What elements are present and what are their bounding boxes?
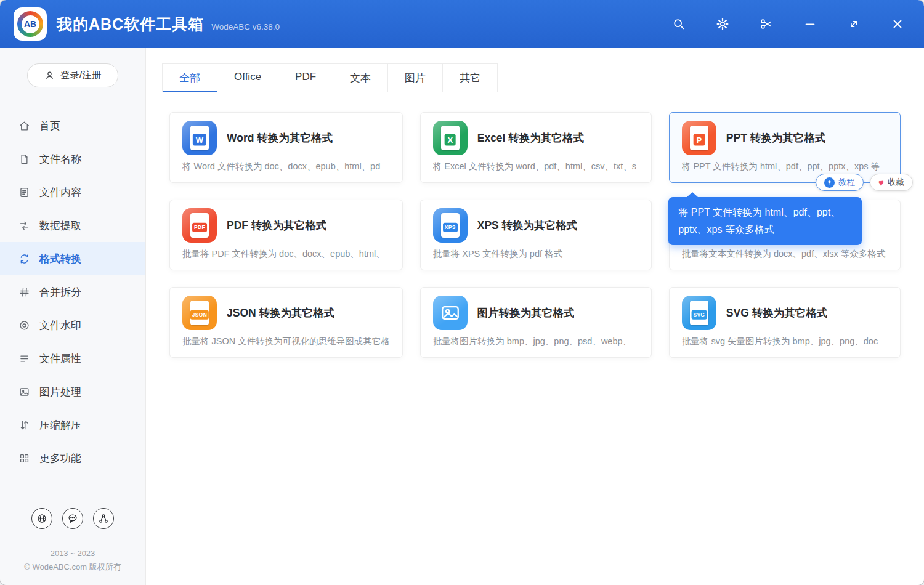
- sidebar-footer: 2013 ~ 2023 © WodeABC.com 版权所有: [9, 539, 137, 585]
- format-convert-icon: [18, 253, 30, 265]
- more-features-icon: [18, 453, 30, 464]
- sidebar-item-home[interactable]: 首页: [0, 109, 145, 142]
- app-window: AB 我的ABC软件工具箱 WodeABC v6.38.0: [0, 0, 924, 585]
- card-desc: 批量将 JSON 文件转换为可视化的思维导图或其它格: [182, 336, 390, 347]
- card-image-convert[interactable]: 图片转换为其它格式 批量将图片转换为 bmp、jpg、png、psd、webp、: [420, 287, 652, 358]
- tab-pdf[interactable]: PDF: [278, 63, 333, 92]
- sidebar-item-file-name[interactable]: 文件名称: [0, 142, 145, 176]
- settings-gear-icon[interactable]: [715, 16, 731, 32]
- app-version: WodeABC v6.38.0: [211, 22, 280, 31]
- sidebar-item-watermark[interactable]: 文件水印: [0, 309, 145, 342]
- main-content: 全部 Office PDF 文本 图片 其它 W Word 转换为其它格式: [146, 48, 924, 585]
- titlebar: AB 我的ABC软件工具箱 WodeABC v6.38.0: [0, 0, 924, 48]
- resize-maximize-icon[interactable]: [846, 16, 862, 32]
- sidebar: 登录/注册 首页 文件名称 文件内容 数据提: [0, 48, 146, 585]
- card-xps-convert[interactable]: XPS XPS 转换为其它格式 批量将 XPS 文件转换为 pdf 格式: [420, 200, 652, 270]
- card-title: 图片转换为其它格式: [477, 305, 575, 320]
- image-convert-icon: [433, 296, 468, 330]
- sidebar-item-format-convert[interactable]: 格式转换: [0, 242, 145, 275]
- favorite-label: 收藏: [888, 177, 904, 188]
- sidebar-divider: [9, 100, 137, 100]
- card-word-convert[interactable]: W Word 转换为其它格式 将 Word 文件转换为 doc、docx、epu…: [169, 112, 403, 183]
- card-title: Word 转换为其它格式: [227, 131, 333, 145]
- xps-icon: XPS: [433, 208, 468, 243]
- card-svg-convert[interactable]: SVG SVG 转换为其它格式 批量将 svg 矢量图片转换为 bmp、jpg、…: [669, 287, 901, 358]
- share-network-icon[interactable]: [93, 508, 114, 529]
- sidebar-item-label: 文件水印: [39, 318, 81, 333]
- sidebar-item-label: 文件属性: [39, 352, 81, 366]
- website-browser-icon[interactable]: [31, 508, 52, 529]
- card-title: SVG 转换为其它格式: [726, 305, 827, 320]
- favorite-button[interactable]: ♥ 收藏: [870, 174, 913, 191]
- app-logo: AB: [14, 7, 47, 41]
- lightbulb-icon: [824, 177, 835, 188]
- card-desc: 将 PPT 文件转换为 html、pdf、ppt、pptx、xps 等: [682, 161, 888, 172]
- app-title: 我的ABC软件工具箱: [57, 14, 204, 34]
- image-process-icon: [18, 386, 30, 398]
- sidebar-item-label: 首页: [39, 119, 60, 133]
- card-title: XPS 转换为其它格式: [477, 218, 577, 233]
- tutorial-label: 教程: [838, 177, 855, 188]
- card-json-convert[interactable]: JSON JSON 转换为其它格式 批量将 JSON 文件转换为可视化的思维导图…: [169, 287, 403, 358]
- watermark-icon: [18, 320, 30, 331]
- tab-image[interactable]: 图片: [387, 63, 443, 92]
- search-icon[interactable]: [671, 16, 687, 32]
- card-desc: 批量将图片转换为 bmp、jpg、png、psd、webp、: [433, 336, 639, 347]
- card-title: PPT 转换为其它格式: [726, 131, 825, 145]
- tab-all[interactable]: 全部: [162, 63, 217, 92]
- body-row: 登录/注册 首页 文件名称 文件内容 数据提: [0, 48, 924, 585]
- login-label: 登录/注册: [60, 69, 101, 82]
- home-icon: [18, 120, 30, 132]
- tooltip-text: 将 PPT 文件转换为 html、pdf、ppt、pptx、xps 等众多格式: [678, 207, 840, 235]
- data-extract-icon: [18, 220, 30, 232]
- sidebar-item-more[interactable]: 更多功能: [0, 442, 145, 475]
- close-icon[interactable]: [890, 16, 906, 32]
- pdf-icon: PDF: [182, 208, 217, 243]
- sidebar-item-label: 更多功能: [39, 451, 81, 466]
- chat-feedback-icon[interactable]: [62, 508, 83, 529]
- login-register-button[interactable]: 登录/注册: [27, 63, 118, 87]
- compress-icon: [18, 419, 30, 431]
- file-props-icon: [18, 353, 30, 365]
- minimize-icon[interactable]: [802, 16, 818, 32]
- copyright-years: 2013 ~ 2023: [9, 547, 137, 560]
- screenshot-scissors-icon[interactable]: [758, 16, 774, 32]
- tooltip: 将 PPT 文件转换为 html、pdf、ppt、pptx、xps 等众多格式: [668, 197, 862, 245]
- category-tabs: 全部 Office PDF 文本 图片 其它: [162, 63, 908, 92]
- card-title: JSON 转换为其它格式: [227, 305, 334, 320]
- merge-split-icon: [18, 286, 30, 298]
- card-pdf-convert[interactable]: PDF PDF 转换为其它格式 批量将 PDF 文件转换为 doc、docx、e…: [169, 200, 403, 270]
- card-title: Excel 转换为其它格式: [477, 131, 584, 145]
- cards-area: W Word 转换为其它格式 将 Word 文件转换为 doc、docx、epu…: [169, 112, 901, 358]
- titlebar-actions: [671, 16, 906, 32]
- tab-office[interactable]: Office: [217, 63, 278, 92]
- sidebar-item-label: 图片处理: [39, 385, 81, 399]
- sidebar-item-merge-split[interactable]: 合并拆分: [0, 275, 145, 309]
- sidebar-item-image-process[interactable]: 图片处理: [0, 375, 145, 408]
- logo-text: AB: [22, 15, 39, 33]
- sidebar-item-file-content[interactable]: 文件内容: [0, 176, 145, 209]
- tutorial-button[interactable]: 教程: [816, 174, 864, 191]
- title-group: 我的ABC软件工具箱 WodeABC v6.38.0: [57, 14, 280, 34]
- logo-ring-icon: AB: [17, 11, 43, 37]
- sidebar-item-data-extract[interactable]: 数据提取: [0, 209, 145, 242]
- tab-text[interactable]: 文本: [333, 63, 388, 92]
- sidebar-item-label: 压缩解压: [39, 418, 81, 432]
- tab-other[interactable]: 其它: [442, 63, 498, 92]
- copyright-text: © WodeABC.com 版权所有: [9, 560, 137, 574]
- sidebar-item-compress[interactable]: 压缩解压: [0, 408, 145, 442]
- sidebar-item-label: 合并拆分: [39, 285, 81, 299]
- file-name-icon: [18, 153, 30, 165]
- word-icon: W: [182, 121, 217, 155]
- login-wrap: 登录/注册: [0, 48, 145, 87]
- card-ppt-convert[interactable]: P PPT 转换为其它格式 将 PPT 文件转换为 html、pdf、ppt、p…: [669, 112, 901, 183]
- sidebar-menu: 首页 文件名称 文件内容 数据提取 格式转换: [0, 109, 145, 475]
- user-icon: [44, 70, 55, 81]
- heart-icon: ♥: [878, 178, 884, 187]
- sidebar-item-label: 文件内容: [39, 185, 81, 200]
- sidebar-item-file-props[interactable]: 文件属性: [0, 342, 145, 375]
- sidebar-quick-links: [0, 498, 145, 539]
- tooltip-arrow: [687, 192, 698, 197]
- card-desc: 将 Word 文件转换为 doc、docx、epub、html、pd: [182, 161, 390, 172]
- card-excel-convert[interactable]: X Excel 转换为其它格式 将 Excel 文件转换为 word、pdf、h…: [420, 112, 652, 183]
